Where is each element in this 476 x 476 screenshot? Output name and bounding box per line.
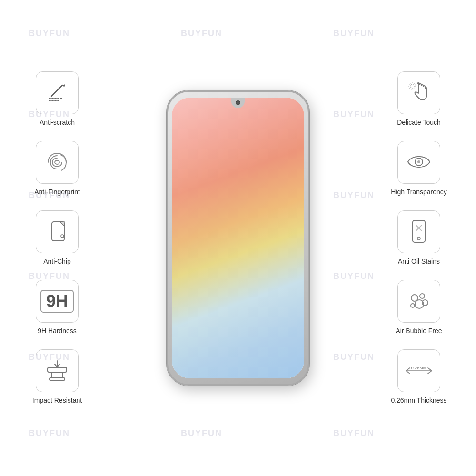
svg-rect-8 [51,372,63,378]
feature-impact-resistant: Impact Resistant [32,349,82,405]
feature-anti-scratch: Anti-scratch [36,71,79,127]
9h-hardness-label: 9H Hardness [38,327,77,335]
watermark: BUYFUN [29,29,70,39]
thickness-icon: 0.26MM [402,357,436,385]
center-phone [105,90,371,386]
watermark: BUYFUN [181,29,222,39]
impact-resistant-label: Impact Resistant [32,396,82,405]
svg-point-16 [417,237,420,240]
impact-icon [43,358,71,384]
svg-point-14 [417,160,420,163]
watermark: BUYFUN [333,428,375,438]
svg-point-20 [420,294,425,298]
watermark: BUYFUN [29,428,70,438]
svg-marker-1 [62,84,65,87]
anti-oil-stains-label: Anti Oil Stains [398,257,440,266]
screen-protector-overlay [172,98,304,378]
impact-resistant-icon-box [36,349,79,392]
svg-rect-7 [48,367,67,372]
volume-up-button [167,163,168,180]
main-container: BUYFUN BUYFUN BUYFUN BUYFUN BUYFUN BUYFU… [0,0,476,476]
silent-button [167,210,168,227]
fingerprint-icon [43,149,71,176]
svg-point-6 [61,235,64,238]
phone-screen [172,98,304,378]
phone-outer-shell [167,90,309,386]
touch-icon [406,79,432,107]
thickness-icon-box: 0.26MM [397,349,440,392]
left-features-column: Anti-scratch Anti-Fingerprint [0,71,105,405]
phone-inner-screen [172,98,304,378]
high-transparency-label: High Transparency [391,188,447,196]
svg-line-0 [51,85,62,96]
delicate-touch-label: Delicate Touch [397,118,441,127]
svg-marker-5 [60,222,64,226]
svg-rect-15 [413,220,425,242]
front-camera [236,100,240,105]
anti-scratch-icon-box [36,71,79,114]
svg-text:0.26MM: 0.26MM [411,366,427,370]
feature-anti-fingerprint: Anti-Fingerprint [34,141,80,196]
feature-air-bubble-free: Air Bubble Free [396,280,442,335]
feature-delicate-touch: Delicate Touch [397,71,441,127]
feature-high-transparency: High Transparency [391,141,447,196]
thickness-label: 0.26mm Thickness [391,396,446,405]
svg-point-22 [411,304,415,307]
feature-thickness: 0.26MM 0.26mm Thickness [391,349,446,405]
bubbles-icon [405,288,433,315]
air-bubble-free-icon-box [397,280,440,323]
9h-hardness-icon-box: 9H [36,280,79,323]
chip-icon [44,218,70,246]
svg-point-12 [409,83,416,89]
anti-oil-stains-icon-box [397,210,440,253]
anti-fingerprint-icon-box [36,141,79,184]
svg-point-11 [410,84,414,88]
phone-stain-icon [407,218,431,246]
feature-anti-chip: Anti-Chip [36,210,79,266]
anti-chip-icon-box [36,210,79,253]
air-bubble-free-label: Air Bubble Free [396,327,442,335]
anti-chip-label: Anti-Chip [43,257,71,266]
high-transparency-icon-box [397,141,440,184]
anti-scratch-label: Anti-scratch [40,118,75,127]
power-button [308,154,309,180]
watermark: BUYFUN [181,428,222,438]
delicate-touch-icon-box [397,71,440,114]
vol-down-left [167,187,168,204]
volume-down-button [308,187,309,206]
phone-mockup [167,90,309,386]
svg-rect-9 [50,378,65,380]
9h-text: 9H [40,290,74,313]
watermark: BUYFUN [333,29,375,39]
feature-anti-oil-stains: Anti Oil Stains [397,210,440,266]
eye-icon [405,149,433,175]
anti-fingerprint-label: Anti-Fingerprint [34,188,80,196]
feature-9h-hardness: 9H 9H Hardness [36,280,79,335]
right-features-column: Delicate Touch High Transparency [371,71,476,405]
scratch-icon [44,79,70,106]
